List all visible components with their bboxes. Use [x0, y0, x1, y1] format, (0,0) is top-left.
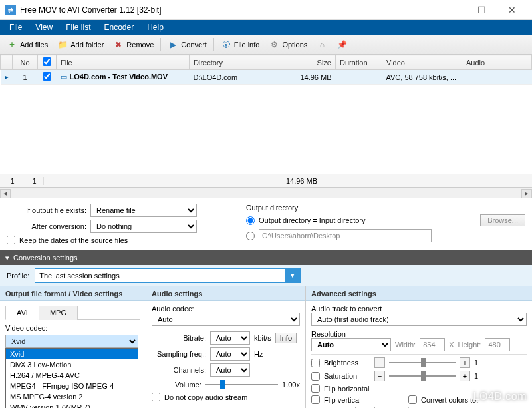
video-codec-select[interactable]: Xvid: [5, 335, 138, 348]
browse-button[interactable]: Browse...: [480, 214, 525, 226]
convert-button[interactable]: ▶Convert: [164, 37, 211, 52]
menu-help[interactable]: Help: [140, 21, 170, 34]
options-button[interactable]: ⚙Options: [265, 37, 311, 52]
home-button[interactable]: ⌂: [313, 37, 331, 52]
convert-colors-checkbox[interactable]: [408, 395, 417, 404]
bitrate-unit: kbit/s: [254, 334, 271, 342]
status-count2: 1: [25, 177, 44, 185]
conversion-settings-header[interactable]: ▾ Conversion settings: [0, 250, 532, 265]
outdir-same-radio[interactable]: [246, 216, 255, 225]
horizontal-scrollbar[interactable]: ◂ ▸: [0, 188, 532, 198]
col-audio[interactable]: Audio: [462, 55, 532, 70]
row-checkbox[interactable]: [43, 72, 51, 81]
col-duration[interactable]: Duration: [336, 55, 382, 70]
maximize-button[interactable]: ☐: [467, 1, 497, 19]
if-exists-select[interactable]: Rename file: [90, 204, 197, 217]
after-conv-select[interactable]: Do nothing: [90, 220, 197, 233]
row-audio: [462, 70, 532, 85]
collapse-icon: ▾: [5, 254, 9, 262]
menu-view[interactable]: View: [29, 21, 59, 34]
col-check[interactable]: [38, 55, 57, 70]
bitrate-select[interactable]: Auto: [210, 331, 250, 345]
volume-slider[interactable]: [205, 379, 278, 390]
col-marker[interactable]: [1, 55, 13, 70]
keep-dates-checkbox[interactable]: [7, 236, 15, 244]
menu-encoder[interactable]: Encoder: [97, 21, 140, 34]
outdir-same-label: Output directory = Input directory: [259, 216, 366, 224]
audio-track-select[interactable]: Auto (first audio track): [311, 313, 527, 326]
brightness-label: Brightness: [324, 359, 370, 367]
codec-option[interactable]: WMV version 1 (WMP 7): [6, 402, 138, 408]
col-video[interactable]: Video: [382, 55, 462, 70]
add-files-icon: ＋: [7, 39, 17, 50]
profile-select[interactable]: The last session settings ▾: [35, 268, 301, 283]
video-settings-col: Output file format / Video settings AVI …: [0, 286, 146, 408]
after-conv-label: After conversion:: [7, 222, 86, 230]
add-folder-button[interactable]: 📁Add folder: [53, 37, 108, 52]
sampling-select[interactable]: Auto: [210, 347, 250, 361]
audio-settings-header: Audio settings: [146, 286, 305, 301]
file-info-button[interactable]: 🛈File info: [217, 37, 264, 52]
codec-option[interactable]: MPEG4 - FFmpeg ISO MPEG-4: [6, 381, 138, 391]
channels-label: Channels:: [152, 366, 206, 374]
advanced-settings-col: Advanced settings Audio track to convert…: [306, 286, 532, 408]
tab-mpg[interactable]: MPG: [39, 306, 78, 320]
minus-button[interactable]: −: [374, 357, 385, 368]
menu-file[interactable]: File: [3, 21, 29, 34]
status-row: 1 1 14.96 MB: [0, 174, 532, 188]
flip-v-checkbox[interactable]: [311, 395, 320, 404]
audio-settings-col: Audio settings Audio codec: Auto Bitrate…: [146, 286, 306, 408]
header-checkbox[interactable]: [43, 57, 51, 66]
row-no: 1: [13, 70, 38, 85]
flip-h-checkbox[interactable]: [311, 384, 320, 393]
tab-avi[interactable]: AVI: [5, 306, 39, 320]
saturation-slider[interactable]: [389, 371, 456, 381]
settings-grid: Output file format / Video settings AVI …: [0, 286, 532, 408]
flip-v-label: Flip vertical: [324, 396, 361, 404]
col-no[interactable]: No: [13, 55, 38, 70]
window-title: Free MOV to AVI Converter 1.12 [32-bit]: [20, 5, 437, 15]
saturation-label: Saturation: [324, 372, 370, 380]
remove-button[interactable]: ✖Remove: [109, 37, 158, 52]
brightness-checkbox[interactable]: [311, 359, 320, 367]
table-row[interactable]: ▸ 1 ▭LO4D.com - Test Video.MOV D:\LO4D.c…: [1, 70, 532, 85]
outdir-custom-radio[interactable]: [246, 232, 255, 240]
col-directory[interactable]: Directory: [190, 55, 289, 70]
codec-option[interactable]: DivX 3 Low-Motion: [6, 359, 138, 370]
pin-button[interactable]: 📌: [332, 37, 351, 52]
file-info-label: File info: [234, 41, 260, 49]
row-marker: ▸: [1, 70, 13, 85]
file-table[interactable]: No File Directory Size Duration Video Au…: [0, 55, 532, 85]
toolbar: ＋Add files 📁Add folder ✖Remove ▶Convert …: [0, 35, 532, 55]
height-input: [485, 338, 510, 351]
close-button[interactable]: ✕: [497, 1, 527, 19]
saturation-checkbox[interactable]: [311, 372, 320, 381]
plus-button[interactable]: +: [460, 357, 470, 368]
col-size[interactable]: Size: [289, 55, 336, 70]
options-panel: If output file exists: Rename file After…: [0, 198, 532, 250]
audio-codec-select[interactable]: Auto: [152, 313, 300, 326]
keep-dates-label: Keep the dates of the source files: [19, 236, 128, 244]
no-audio-checkbox[interactable]: [152, 393, 160, 401]
menu-filelist[interactable]: File list: [59, 21, 97, 34]
col-file[interactable]: File: [57, 55, 190, 70]
brightness-slider[interactable]: [389, 357, 456, 368]
outdir-custom-input[interactable]: [259, 229, 432, 242]
add-folder-label: Add folder: [70, 41, 104, 49]
scroll-right-icon[interactable]: ▸: [521, 189, 532, 198]
flip-h-label: Flip horizontal: [324, 385, 369, 393]
info-button[interactable]: Info: [275, 333, 297, 343]
add-files-button[interactable]: ＋Add files: [3, 37, 52, 52]
scroll-left-icon[interactable]: ◂: [0, 189, 11, 198]
resolution-select[interactable]: Auto: [311, 338, 391, 351]
plus-button[interactable]: +: [460, 371, 470, 381]
channels-select[interactable]: Auto: [210, 363, 250, 377]
minus-button[interactable]: −: [374, 371, 385, 381]
minimize-button[interactable]: —: [437, 1, 467, 19]
codec-option[interactable]: H.264 / MPEG-4 AVC: [6, 370, 138, 381]
codec-option[interactable]: MS MPEG-4 version 2: [6, 391, 138, 402]
file-table-area: No File Directory Size Duration Video Au…: [0, 55, 532, 174]
codec-option[interactable]: Xvid: [6, 349, 138, 359]
video-codec-dropdown[interactable]: Xvid DivX 3 Low-Motion H.264 / MPEG-4 AV…: [5, 348, 138, 408]
volume-value: 1.00x: [282, 381, 300, 389]
